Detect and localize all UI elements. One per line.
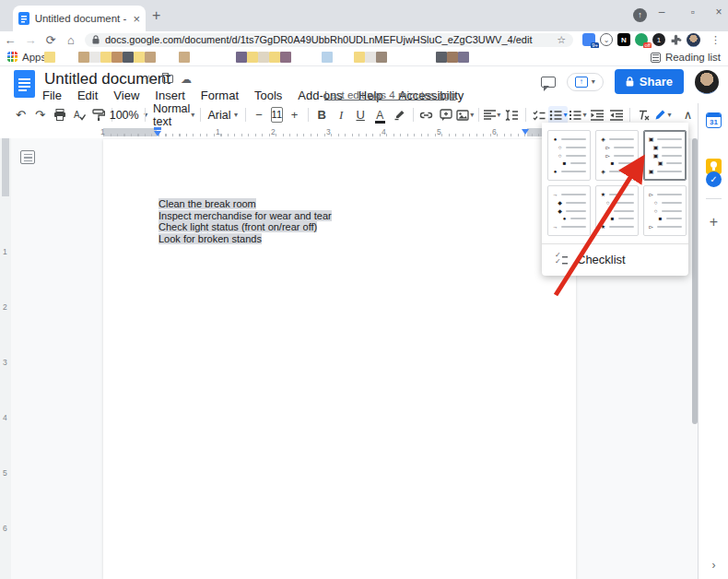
- paint-format-button[interactable]: [88, 106, 108, 124]
- home-icon[interactable]: ⌂: [61, 33, 81, 47]
- notion-extension-icon[interactable]: N: [617, 33, 630, 46]
- share-button[interactable]: Share: [615, 69, 684, 94]
- bookmark-favicon[interactable]: [100, 52, 112, 63]
- document-text[interactable]: Clean the break roomInspect merchandise …: [159, 198, 332, 244]
- account-avatar[interactable]: [695, 70, 719, 94]
- bookmark-favicon[interactable]: [447, 52, 458, 63]
- green-extension-icon[interactable]: off: [635, 33, 648, 46]
- pocket-extension-icon[interactable]: ⌄: [600, 33, 613, 46]
- bookmark-favicon[interactable]: [258, 52, 269, 63]
- checklist-menu-item[interactable]: Checklist: [542, 244, 688, 276]
- paragraph-style-select[interactable]: Normal text▾: [149, 106, 196, 124]
- increase-font-size-button[interactable]: +: [285, 106, 304, 124]
- browser-menu-icon[interactable]: ⋮: [710, 34, 721, 46]
- browser-profile-avatar[interactable]: [687, 33, 700, 47]
- bookmark-favicon[interactable]: [123, 52, 134, 63]
- first-line-indent-marker[interactable]: [154, 127, 161, 130]
- bookmark-favicon[interactable]: [44, 52, 55, 63]
- menu-view[interactable]: View: [113, 89, 139, 102]
- tab-close-icon[interactable]: ×: [133, 13, 140, 25]
- numbered-list-button[interactable]: ▾: [568, 106, 587, 124]
- move-folder-icon[interactable]: [162, 75, 173, 83]
- bookmark-favicon[interactable]: [269, 52, 280, 63]
- tab-untitled-document[interactable]: Untitled document - Google Doc ×: [13, 6, 146, 31]
- bold-button[interactable]: B: [312, 106, 332, 124]
- address-bar[interactable]: docs.google.com/document/d/1ts7GgDR0A49U…: [85, 33, 573, 47]
- dark-extension-icon[interactable]: 1: [652, 33, 665, 46]
- editing-mode-button[interactable]: ▾: [653, 106, 673, 124]
- bookmark-favicon[interactable]: [280, 52, 291, 63]
- extension-blue-icon[interactable]: 9+: [582, 33, 595, 46]
- text-line[interactable]: Look for broken stands: [159, 233, 332, 245]
- highlight-color-button[interactable]: [390, 106, 409, 124]
- underline-button[interactable]: U: [351, 106, 370, 124]
- bookmark-favicon[interactable]: [436, 52, 447, 63]
- text-line[interactable]: Clean the break room: [159, 198, 332, 210]
- bookmark-favicon[interactable]: [145, 52, 156, 63]
- apps-label[interactable]: Apps: [22, 52, 46, 63]
- menu-tools[interactable]: Tools: [254, 89, 282, 102]
- hide-side-panel-icon[interactable]: ›: [699, 559, 728, 572]
- bullet-option-arrow-diamond-disc[interactable]: →◆◆●→: [547, 185, 591, 236]
- bullet-option-disc-circle-square[interactable]: ●○○■●: [547, 130, 591, 181]
- insert-link-button[interactable]: [417, 106, 436, 124]
- bookmark-favicon[interactable]: [112, 52, 123, 63]
- reload-icon[interactable]: ⟳: [41, 33, 61, 47]
- italic-button[interactable]: I: [332, 106, 351, 124]
- bookmark-favicon[interactable]: [236, 52, 247, 63]
- redo-button[interactable]: ↷: [30, 106, 50, 124]
- apps-grid-icon[interactable]: [7, 52, 18, 62]
- browser-update-icon[interactable]: ↑: [633, 8, 647, 22]
- text-line[interactable]: Check light status (front on/rear off): [159, 221, 332, 233]
- bullet-option-squares[interactable]: ▣▣▣▣▣: [643, 130, 687, 181]
- decrease-indent-button[interactable]: [587, 106, 606, 124]
- minimize-button[interactable]: –: [651, 6, 673, 18]
- bullet-option-arrowhead-circle-square[interactable]: ▻○○■▻: [643, 185, 687, 236]
- comment-history-icon[interactable]: [541, 77, 556, 88]
- line-spacing-button[interactable]: [502, 106, 522, 124]
- bookmark-favicon[interactable]: [78, 52, 89, 63]
- calendar-icon[interactable]: 31: [706, 112, 722, 128]
- extensions-puzzle-icon[interactable]: [670, 34, 682, 46]
- forward-icon[interactable]: →: [20, 33, 41, 47]
- bookmark-favicon[interactable]: [179, 52, 190, 63]
- show-outline-icon[interactable]: [20, 150, 35, 164]
- bookmark-favicon[interactable]: [354, 52, 365, 63]
- right-indent-marker[interactable]: [522, 129, 529, 135]
- reading-list-button[interactable]: Reading list: [651, 52, 721, 63]
- clear-formatting-button[interactable]: [634, 106, 653, 124]
- add-comment-button[interactable]: [436, 106, 455, 124]
- text-line[interactable]: Inspect merchandise for wear and tear: [159, 210, 332, 222]
- bookmark-favicon[interactable]: [365, 52, 376, 63]
- print-button[interactable]: [50, 106, 69, 124]
- undo-button[interactable]: ↶: [11, 106, 30, 124]
- bookmark-favicon[interactable]: [89, 52, 100, 63]
- bookmark-favicon[interactable]: [458, 52, 469, 63]
- menu-edit[interactable]: Edit: [77, 89, 98, 102]
- bulleted-list-button[interactable]: ▾: [548, 106, 568, 124]
- insert-image-button[interactable]: ▾: [455, 106, 475, 124]
- bookmark-favicon[interactable]: [376, 52, 387, 63]
- zoom-select[interactable]: 100% ▾: [116, 106, 142, 124]
- vertical-ruler[interactable]: 123456: [0, 138, 11, 579]
- bookmark-star-icon[interactable]: ☆: [557, 34, 566, 46]
- menu-insert[interactable]: Insert: [155, 89, 185, 102]
- font-select[interactable]: Arial▾: [204, 106, 241, 124]
- font-size-input[interactable]: 11: [271, 107, 284, 123]
- vertical-scrollbar[interactable]: [691, 138, 698, 579]
- close-button[interactable]: ×: [708, 6, 728, 18]
- menu-file[interactable]: File: [42, 89, 62, 102]
- bookmark-favicon[interactable]: [134, 52, 145, 63]
- left-indent-marker[interactable]: [154, 131, 161, 136]
- bookmark-favicon[interactable]: [322, 52, 333, 63]
- decrease-font-size-button[interactable]: −: [250, 106, 269, 124]
- present-to-meet-button[interactable]: ↑ ▾: [567, 73, 604, 91]
- get-addons-button[interactable]: +: [699, 214, 728, 230]
- document-page[interactable]: Clean the break roomInspect merchandise …: [103, 139, 576, 579]
- checklist-button[interactable]: [529, 106, 548, 124]
- bullet-option-star-circle-square[interactable]: ★○○■★: [595, 185, 639, 236]
- star-document-icon[interactable]: ☆: [144, 73, 154, 86]
- increase-indent-button[interactable]: [606, 106, 626, 124]
- bullet-option-diamond-arrow[interactable]: ◈▻▻■◈: [595, 130, 639, 181]
- align-button[interactable]: ▾: [483, 106, 502, 124]
